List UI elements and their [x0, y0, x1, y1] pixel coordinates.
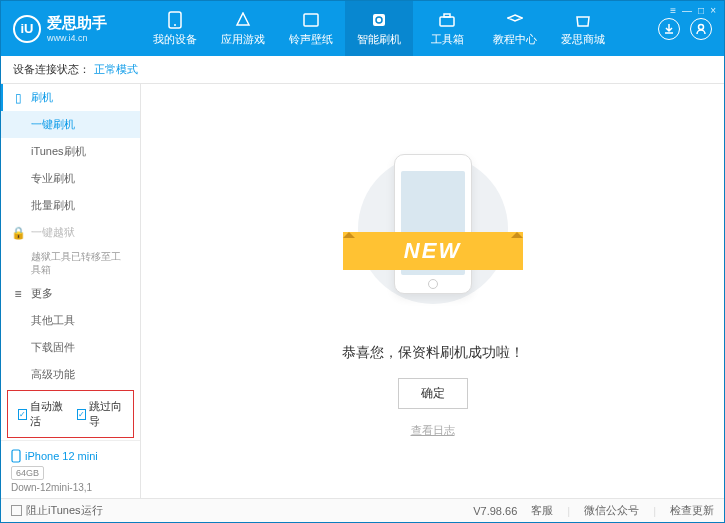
- options-row: ✓自动激活 ✓跳过向导: [7, 390, 134, 438]
- wechat-link[interactable]: 微信公众号: [584, 503, 639, 518]
- sidebar-item-oneclick[interactable]: 一键刷机: [1, 111, 140, 138]
- phone-icon: [165, 11, 185, 29]
- ok-button[interactable]: 确定: [398, 378, 468, 409]
- tab-label: 我的设备: [153, 32, 197, 47]
- svg-point-1: [174, 24, 176, 26]
- status-mode: 正常模式: [94, 62, 138, 77]
- status-label: 设备连接状态：: [13, 62, 90, 77]
- service-link[interactable]: 客服: [531, 503, 553, 518]
- sidebar-item-advanced[interactable]: 高级功能: [1, 361, 140, 388]
- sidebar-item-pro[interactable]: 专业刷机: [1, 165, 140, 192]
- phone-icon: ▯: [11, 91, 25, 105]
- user-button[interactable]: [690, 18, 712, 40]
- separator: |: [653, 505, 656, 517]
- maximize-icon[interactable]: □: [698, 5, 704, 16]
- header-right: [658, 18, 724, 40]
- sidebar-item-firmware[interactable]: 下载固件: [1, 334, 140, 361]
- sidebar-section-flash[interactable]: ▯ 刷机: [1, 84, 140, 111]
- check-icon: ✓: [77, 409, 86, 420]
- tab-label: 智能刷机: [357, 32, 401, 47]
- phone-icon: [11, 449, 21, 463]
- tab-flash[interactable]: 智能刷机: [345, 1, 413, 56]
- close-icon[interactable]: ×: [710, 5, 716, 16]
- device-info[interactable]: iPhone 12 mini 64GB Down-12mini-13,1: [1, 440, 140, 498]
- sidebar: ▯ 刷机 一键刷机 iTunes刷机 专业刷机 批量刷机 🔒 一键越狱 越狱工具…: [1, 84, 141, 498]
- nav-tabs: 我的设备 应用游戏 铃声壁纸 智能刷机 工具箱 教程中心 爱思商城: [141, 1, 658, 56]
- app-url: www.i4.cn: [47, 33, 107, 43]
- section-label: 更多: [31, 286, 53, 301]
- separator: |: [567, 505, 570, 517]
- tab-tutorial[interactable]: 教程中心: [481, 1, 549, 56]
- sidebar-section-jailbreak[interactable]: 🔒 一键越狱: [1, 219, 140, 246]
- tab-ringtone[interactable]: 铃声壁纸: [277, 1, 345, 56]
- device-capacity: 64GB: [11, 466, 44, 480]
- menu-icon: ≡: [11, 287, 25, 301]
- tab-apps[interactable]: 应用游戏: [209, 1, 277, 56]
- menu-icon[interactable]: ≡: [670, 5, 676, 16]
- svg-rect-3: [373, 14, 385, 26]
- block-itunes-label: 阻止iTunes运行: [26, 503, 103, 518]
- wallpaper-icon: [301, 11, 321, 29]
- sidebar-item-other[interactable]: 其他工具: [1, 307, 140, 334]
- checkbox-block-itunes[interactable]: [11, 505, 22, 516]
- tab-label: 教程中心: [493, 32, 537, 47]
- checkbox-auto-activate[interactable]: ✓自动激活: [18, 399, 65, 429]
- logo-area: iU 爱思助手 www.i4.cn: [1, 14, 141, 43]
- version-label: V7.98.66: [473, 505, 517, 517]
- update-link[interactable]: 检查更新: [670, 503, 714, 518]
- flash-icon: [369, 11, 389, 29]
- svg-point-6: [699, 24, 704, 29]
- tab-label: 铃声壁纸: [289, 32, 333, 47]
- sidebar-section-more[interactable]: ≡ 更多: [1, 280, 140, 307]
- jailbreak-note: 越狱工具已转移至工具箱: [1, 246, 140, 280]
- tab-label: 应用游戏: [221, 32, 265, 47]
- checkbox-skip-guide[interactable]: ✓跳过向导: [77, 399, 124, 429]
- tab-my-device[interactable]: 我的设备: [141, 1, 209, 56]
- lock-icon: 🔒: [11, 226, 25, 240]
- section-label: 一键越狱: [31, 225, 75, 240]
- content-area: NEW 恭喜您，保资料刷机成功啦！ 确定 查看日志: [141, 84, 724, 498]
- tab-label: 爱思商城: [561, 32, 605, 47]
- toolbox-icon: [437, 11, 457, 29]
- app-name: 爱思助手: [47, 14, 107, 33]
- footer: 阻止iTunes运行 V7.98.66 客服 | 微信公众号 | 检查更新: [1, 498, 724, 522]
- view-log-link[interactable]: 查看日志: [411, 423, 455, 438]
- section-label: 刷机: [31, 90, 53, 105]
- status-bar: 设备连接状态： 正常模式: [1, 56, 724, 84]
- svg-rect-5: [444, 14, 450, 17]
- app-icon: [233, 11, 253, 29]
- svg-rect-7: [12, 450, 20, 462]
- tutorial-icon: [505, 11, 525, 29]
- result-message: 恭喜您，保资料刷机成功啦！: [342, 344, 524, 362]
- app-header: iU 爱思助手 www.i4.cn 我的设备 应用游戏 铃声壁纸 智能刷机 工具…: [1, 1, 724, 56]
- success-illustration: NEW: [353, 144, 513, 324]
- check-icon: ✓: [18, 409, 27, 420]
- tab-label: 工具箱: [431, 32, 464, 47]
- device-meta: Down-12mini-13,1: [11, 482, 130, 493]
- device-name: iPhone 12 mini: [11, 449, 130, 463]
- svg-rect-2: [304, 14, 318, 26]
- new-ribbon: NEW: [343, 232, 523, 270]
- window-controls: ≡ — □ ×: [670, 5, 716, 16]
- checkbox-label: 自动激活: [30, 399, 64, 429]
- sidebar-item-batch[interactable]: 批量刷机: [1, 192, 140, 219]
- sidebar-item-itunes[interactable]: iTunes刷机: [1, 138, 140, 165]
- download-button[interactable]: [658, 18, 680, 40]
- store-icon: [573, 11, 593, 29]
- logo-icon: iU: [13, 15, 41, 43]
- svg-rect-4: [440, 17, 454, 26]
- tab-store[interactable]: 爱思商城: [549, 1, 617, 56]
- checkbox-label: 跳过向导: [89, 399, 123, 429]
- tab-toolbox[interactable]: 工具箱: [413, 1, 481, 56]
- minimize-icon[interactable]: —: [682, 5, 692, 16]
